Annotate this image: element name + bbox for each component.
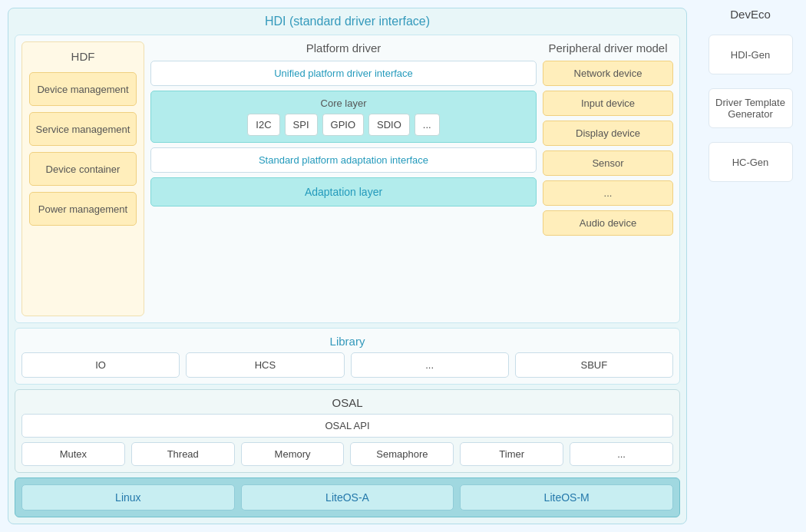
- core-i2c: I2C: [247, 114, 279, 136]
- library-sbuf: SBUF: [515, 352, 673, 378]
- os-liteos-a: LiteOS-A: [241, 484, 454, 511]
- sidebar-title: DevEco: [730, 8, 771, 21]
- library-ellipsis: ...: [351, 352, 509, 378]
- peripheral-ellipsis: ...: [543, 180, 673, 206]
- os-section: Linux LiteOS-A LiteOS-M: [15, 477, 680, 517]
- library-section: Library IO HCS ... SBUF: [15, 328, 680, 385]
- os-linux: Linux: [21, 484, 235, 511]
- adaptation-layer: Adaptation layer: [150, 177, 537, 207]
- hdf-device-container: Device container: [29, 152, 137, 186]
- peripheral-audio-device: Audio device: [543, 210, 673, 236]
- sidebar: DevEco HDI-Gen Driver Template Generator…: [695, 0, 806, 532]
- osal-api: OSAL API: [21, 414, 673, 438]
- library-hcs: HCS: [186, 352, 344, 378]
- core-gpio: GPIO: [322, 114, 365, 136]
- peripheral-sensor: Sensor: [543, 150, 673, 176]
- hdf-service-management: Service management: [29, 112, 137, 146]
- hdi-outer: HDI (standard driver interface) HDF Devi…: [8, 8, 687, 524]
- main-content: HDI (standard driver interface) HDF Devi…: [0, 0, 695, 532]
- core-layer-box: Core layer I2C SPI GPIO SDIO ...: [150, 91, 537, 143]
- core-items: I2C SPI GPIO SDIO ...: [157, 114, 530, 136]
- peripheral-input-device: Input device: [543, 91, 673, 116]
- peripheral-network-device: Network device: [543, 61, 673, 86]
- core-sdio: SDIO: [368, 114, 410, 136]
- osal-section: OSAL OSAL API Mutex Thread Memory Semaph…: [15, 389, 680, 473]
- osal-mutex: Mutex: [21, 442, 125, 466]
- osal-timer: Timer: [460, 442, 563, 466]
- library-io: IO: [21, 352, 180, 378]
- hdi-inner: HDF Device management Service management…: [15, 35, 680, 323]
- platform-column: Platform driver Unified platform driver …: [150, 41, 537, 316]
- hdf-power-management: Power management: [29, 192, 137, 226]
- sidebar-driver-template-generator[interactable]: Driver Template Generator: [709, 88, 793, 128]
- platform-title: Platform driver: [150, 41, 537, 55]
- osal-title: OSAL: [21, 396, 673, 409]
- unified-interface: Unified platform driver interface: [150, 61, 537, 86]
- osal-ellipsis: ...: [570, 442, 673, 466]
- osal-memory: Memory: [241, 442, 345, 466]
- hdi-title: HDI (standard driver interface): [15, 15, 680, 28]
- os-liteos-m: LiteOS-M: [460, 484, 673, 511]
- osal-semaphore: Semaphore: [350, 442, 454, 466]
- osal-items: Mutex Thread Memory Semaphore Timer ...: [21, 442, 673, 466]
- standard-interface: Standard platform adaptation interface: [150, 147, 537, 173]
- library-items: IO HCS ... SBUF: [21, 352, 673, 378]
- peripheral-column: Peripheral driver model Network device I…: [543, 41, 673, 316]
- sidebar-hc-gen[interactable]: HC-Gen: [709, 142, 793, 182]
- hdf-title: HDF: [71, 50, 95, 63]
- core-layer-title: Core layer: [157, 97, 530, 109]
- osal-thread: Thread: [131, 442, 235, 466]
- peripheral-title: Peripheral driver model: [543, 41, 673, 55]
- hdf-device-management: Device management: [29, 72, 137, 106]
- core-ellipsis: ...: [415, 114, 440, 136]
- core-spi: SPI: [285, 114, 318, 136]
- peripheral-display-device: Display device: [543, 121, 673, 146]
- sidebar-hdi-gen[interactable]: HDI-Gen: [709, 35, 793, 74]
- library-title: Library: [21, 335, 673, 348]
- hdf-column: HDF Device management Service management…: [21, 41, 144, 316]
